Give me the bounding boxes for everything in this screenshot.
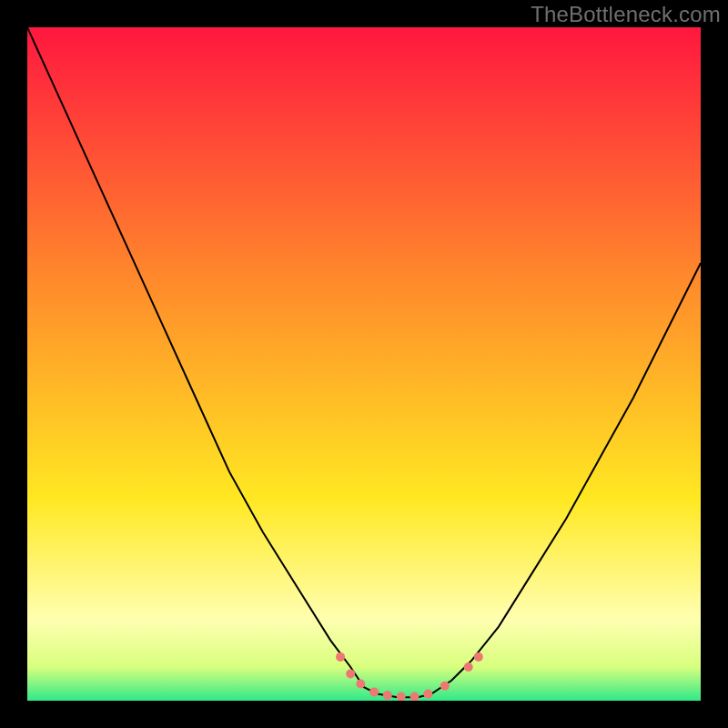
- gradient-background: [27, 27, 701, 701]
- curve-marker: [383, 691, 392, 700]
- curve-marker: [474, 652, 483, 662]
- curve-marker: [336, 652, 345, 662]
- bottleneck-chart: [27, 27, 701, 701]
- curve-marker: [369, 687, 379, 696]
- chart-frame: TheBottleneck.com: [0, 0, 728, 728]
- curve-marker: [356, 680, 365, 689]
- curve-marker: [440, 682, 450, 691]
- curve-marker: [346, 669, 355, 678]
- curve-marker: [423, 690, 432, 699]
- curve-marker: [464, 662, 473, 672]
- watermark-text: TheBottleneck.com: [531, 2, 721, 27]
